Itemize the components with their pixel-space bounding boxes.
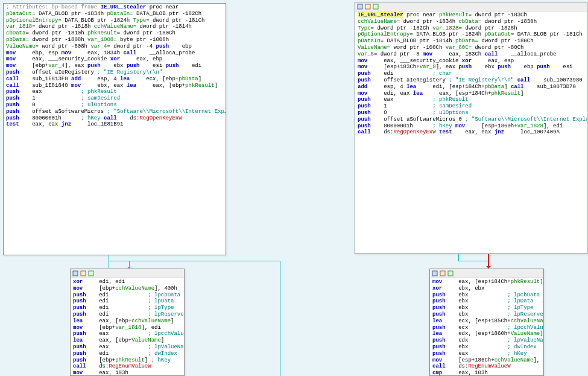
disasm-block-3[interactable]: IE_URL_stealer proc near phkResult= dwor… — [355, 2, 587, 254]
view-icon[interactable] — [365, 4, 371, 10]
block2-toolbar — [71, 269, 184, 278]
disasm-block-2[interactable]: xor edi, edi mov [ebp+cchValueName], 400… — [70, 269, 185, 376]
flow-branch-cyan-right — [458, 261, 488, 261]
flow-arrow-cyan-right-a — [458, 254, 459, 261]
disasm-block-1-content: ; Attributes: bp-based frame IE_URL_stea… — [4, 4, 226, 129]
svg-rect-8 — [448, 271, 453, 276]
svg-rect-0 — [73, 271, 78, 276]
svg-rect-1 — [81, 271, 86, 276]
disasm-block-2-content: xor edi, edi mov [ebp+cchValueName], 400… — [71, 278, 184, 376]
flow-arrow-cyan-1b — [129, 261, 130, 268]
more-icon[interactable] — [88, 270, 94, 276]
svg-rect-6 — [432, 271, 437, 276]
svg-rect-2 — [89, 271, 93, 276]
svg-rect-4 — [365, 4, 370, 9]
disasm-block-4[interactable]: mov eax, [esp+184Ch+phkResult] xor ebx, … — [429, 269, 544, 376]
flow-branch-cyan-1 — [109, 261, 280, 261]
flow-arrow-cyan-2 — [280, 261, 280, 376]
disasm-block-3-content: IE_URL_stealer proc near phkResult= dwor… — [355, 11, 587, 136]
svg-rect-7 — [440, 271, 445, 276]
more-icon[interactable] — [373, 4, 379, 10]
view-icon[interactable] — [80, 270, 86, 276]
disasm-block-4-content: mov eax, [esp+184Ch+phkResult] xor ebx, … — [430, 278, 543, 376]
svg-rect-5 — [373, 4, 378, 9]
collapse-icon[interactable] — [72, 270, 78, 276]
disasm-block-1[interactable]: ; Attributes: bp-based frame IE_URL_stea… — [3, 3, 226, 255]
svg-rect-3 — [358, 4, 362, 9]
block3-toolbar — [355, 2, 587, 11]
collapse-icon[interactable] — [432, 270, 438, 276]
view-icon[interactable] — [440, 270, 446, 276]
flow-arrow-cyan-1 — [109, 255, 109, 268]
collapse-icon[interactable] — [357, 4, 363, 10]
flow-arrow-red — [488, 254, 489, 268]
more-icon[interactable] — [447, 270, 454, 276]
